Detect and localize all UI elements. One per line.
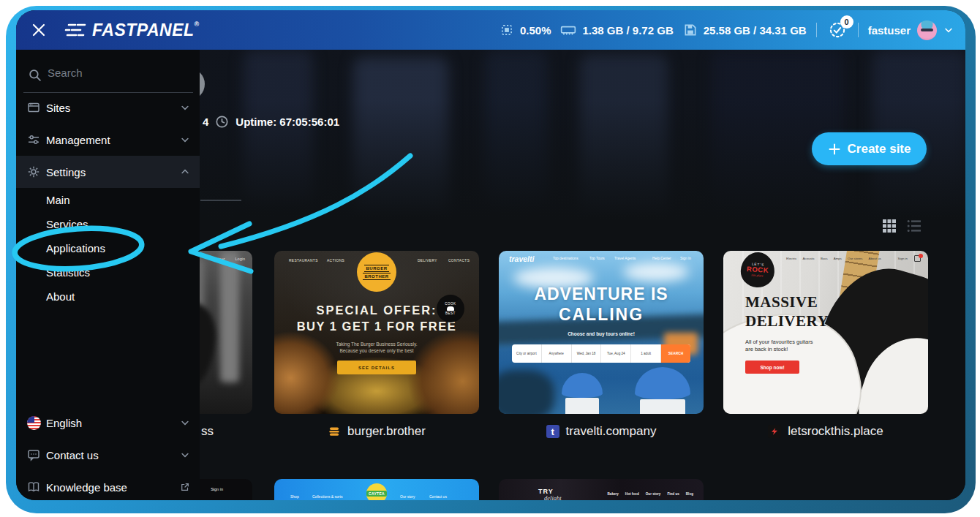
chevron-up-icon [180, 167, 190, 177]
chevron-down-icon [180, 418, 190, 428]
site-card-travelti[interactable]: travelti Top destinations Top Tours Trav… [499, 251, 704, 414]
burger-nav-item: RESTAURANTS [289, 259, 318, 263]
server-uptime-row: 4 Uptime: 67:05:56:01 [203, 115, 339, 129]
flag-us-icon [27, 416, 41, 430]
site-card-trydelight[interactable]: TRY delight Bakery Hot food Our story Fi… [499, 479, 704, 500]
disk-stat[interactable]: 25.58 GB / 34.31 GB [683, 23, 807, 37]
sidebar-search[interactable] [16, 64, 200, 86]
gym-nav-item: a Trainer [209, 257, 225, 261]
burger-tagline1: Taking The Burger Business Seriously. [274, 341, 479, 347]
trydelight-nav-item: Blog [686, 492, 693, 496]
notifications-count-badge: 0 [840, 15, 853, 29]
sidebar-item-sites[interactable]: Sites [16, 91, 200, 124]
create-site-label: Create site [848, 142, 911, 156]
sidebar-item-contact-us[interactable]: Contact us [16, 439, 200, 471]
travelti-nav-item: Travel Agents [614, 257, 636, 260]
rock-nav: Electric Acoustic Bass Amps Our stores A… [786, 257, 881, 260]
row2-signin: Sign in [211, 487, 223, 491]
fastpanel-window: 4 Uptime: 67:05:56:01 Create site [16, 10, 965, 500]
travelti-favicon: t [546, 425, 559, 438]
chevron-down-icon [180, 102, 190, 113]
burger-logo-bottom: BROTHER [363, 273, 390, 280]
site-name-letsrock[interactable]: letsrockthis.place [723, 424, 928, 439]
submenu-item-applications[interactable]: Applications [16, 236, 200, 260]
plus-icon [828, 143, 841, 156]
travelti-field: Tue, Aug 24 [601, 344, 631, 363]
list-view-toggle[interactable] [907, 219, 921, 233]
ram-stat[interactable]: 1.38 GB / 9.72 GB [560, 23, 673, 37]
screenshot-stage: 4 Uptime: 67:05:56:01 Create site [0, 0, 980, 517]
sidebar-item-label: Settings [46, 166, 86, 178]
rock-logo-bottom: this place [751, 273, 763, 278]
travelti-subtitle: Choose and buy tours online! [499, 331, 704, 336]
site-name-text: ss [201, 424, 214, 439]
submenu-label: Services [46, 218, 88, 230]
travelti-search-bar: City or airport Anywhere Wed, Jan 18 Tue… [512, 344, 690, 363]
fastpanel-logo[interactable]: FASTPANEL® [64, 20, 200, 40]
site-card-burger-brother[interactable]: RESTAURANTS ACTIONS DELIVERY CONTACTS BU… [274, 251, 479, 414]
sidebar: Sites Management Settings Main Services … [16, 50, 200, 500]
ip-fragment: 4 [203, 116, 208, 128]
travelti-headline2: CALLING [499, 305, 704, 325]
travelti-nav-item: Top Tours [589, 257, 605, 260]
caytea-logo: CAYTEA [366, 483, 387, 500]
caytea-nav-item: Our story [400, 494, 415, 499]
site-name-text: letsrockthis.place [788, 424, 883, 439]
sidebar-item-settings[interactable]: Settings [16, 156, 200, 188]
rock-subtitle1: All of your favourites guitars [745, 339, 813, 345]
sidebar-item-knowledge-base[interactable]: Knowledge base [16, 471, 200, 500]
burger-nav-item: CONTACTS [448, 259, 470, 263]
burger-nav-item: ACTIONS [327, 259, 344, 263]
rock-nav-item: About us [869, 257, 881, 260]
chevron-down-icon [180, 450, 190, 460]
rock-nav-item: Amps [834, 257, 842, 260]
submenu-item-about[interactable]: About [16, 284, 200, 309]
notifications-button[interactable]: 0 [826, 19, 848, 41]
registered-mark: ® [195, 20, 200, 28]
site-name-burger-brother[interactable]: burger.brother [274, 424, 479, 439]
travelti-dome [635, 367, 690, 414]
brand-text: FASTPANEL® [92, 20, 200, 40]
trydelight-nav-item: Hot food [625, 492, 639, 496]
travelti-field: City or airport [512, 344, 542, 363]
close-menu-button[interactable] [29, 20, 48, 39]
cpu-value: 0.50% [520, 24, 551, 37]
site-card-caytea[interactable]: Shop Collections & sorts Our story Conta… [274, 479, 479, 500]
sidebar-item-language[interactable]: English [16, 407, 200, 439]
chat-bubble-icon [27, 448, 40, 461]
sidebar-item-label: Management [46, 134, 110, 146]
user-avatar [917, 20, 937, 40]
site-name-text: travelti.company [566, 424, 657, 439]
chef-hat-icon [447, 306, 454, 311]
travelti-logo: travelti [509, 254, 534, 263]
submenu-item-services[interactable]: Services [16, 212, 200, 236]
sidebar-item-management[interactable]: Management [16, 124, 200, 156]
fastpanel-logo-icon [63, 21, 87, 39]
submenu-item-statistics[interactable]: Statistics [16, 260, 200, 284]
ram-icon [560, 23, 576, 37]
caytea-nav-item: Shop [290, 494, 299, 499]
burger-tagline2: Because you deserve only the best [274, 348, 479, 353]
user-menu[interactable]: fastuser [868, 20, 954, 40]
site-name-travelti[interactable]: t travelti.company [499, 424, 704, 439]
site-card-letsrock[interactable]: LET'S ROCK this place Electric Acoustic … [723, 251, 928, 414]
trydelight-nav-item: Find us [667, 492, 679, 496]
burger-favicon [328, 425, 341, 438]
cpu-stat[interactable]: 0.50% [500, 23, 551, 37]
burger-badge-bottom: BEST [445, 312, 456, 315]
burger-brother-logo: BURGER BROTHER [357, 252, 396, 292]
trydelight-nav-item: Our story [646, 492, 661, 496]
submenu-item-main[interactable]: Main [16, 188, 200, 212]
topbar-divider [816, 23, 817, 37]
grid-view-toggle[interactable] [882, 219, 897, 233]
submenu-label: About [46, 290, 75, 303]
disk-value: 25.58 GB / 34.31 GB [704, 24, 807, 37]
create-site-button[interactable]: Create site [812, 132, 927, 165]
travelti-search-button: SEARCH [661, 344, 690, 363]
site-name-fitness-partial[interactable]: ss [201, 424, 214, 439]
sidebar-item-label: English [46, 417, 82, 429]
username-text: fastuser [868, 24, 911, 37]
sidebar-item-label: Contact us [46, 449, 99, 461]
search-input[interactable] [46, 66, 181, 80]
chevron-down-icon [180, 135, 190, 145]
